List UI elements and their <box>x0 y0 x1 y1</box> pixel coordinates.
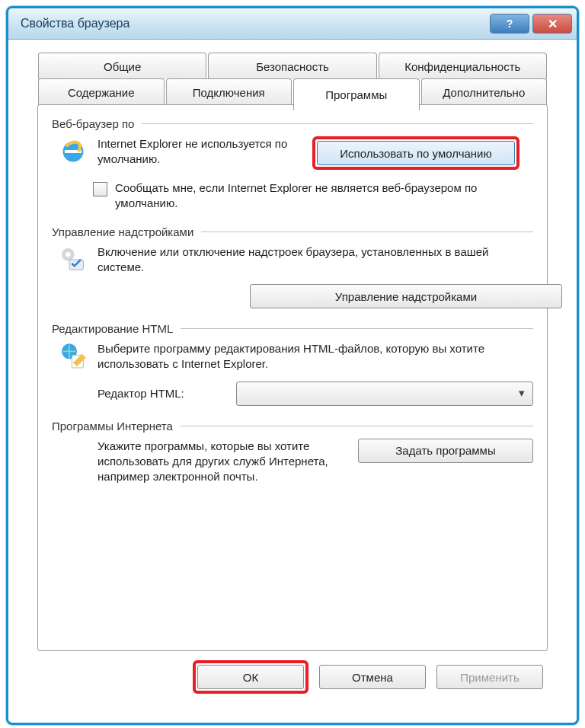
set-programs-button[interactable]: Задать программы <box>358 439 533 463</box>
dialog-body: Общие Безопасность Конфиденциальность Со… <box>27 53 558 704</box>
programs-desc: Укажите программы, которые вы хотите исп… <box>98 439 349 485</box>
group-addons: Управление надстройками Включение или от… <box>52 225 533 309</box>
highlight-ok: ОК <box>193 660 308 694</box>
tab-panel-programs: Веб-браузер по Internet Explorer не испо… <box>37 104 548 651</box>
html-editor-label: Редактор HTML: <box>98 387 227 400</box>
ie-icon <box>58 136 88 167</box>
window-title: Свойства браузера <box>21 17 487 30</box>
default-browser-status: Internet Explorer не используется по умо… <box>98 136 303 168</box>
group-title: Редактирование HTML <box>52 322 173 335</box>
group-html-editor: Редактирование HTML Выберите программу р… <box>52 322 533 406</box>
group-title: Программы Интернета <box>52 420 173 433</box>
html-desc: Выберите программу редактирования HTML-ф… <box>98 341 533 372</box>
group-default-browser: Веб-браузер по Internet Explorer не испо… <box>52 117 533 212</box>
tab-general[interactable]: Общие <box>38 53 206 79</box>
dialog-window: Свойства браузера ? ✕ Общие Безопасность… <box>6 6 579 725</box>
tab-security[interactable]: Безопасность <box>208 53 376 79</box>
ok-button[interactable]: ОК <box>197 665 304 689</box>
dialog-footer: ОК Отмена Применить <box>37 657 548 697</box>
group-title: Управление надстройками <box>52 225 193 238</box>
notify-checkbox[interactable] <box>93 182 107 196</box>
highlight-set-default: Использовать по умолчанию <box>312 136 519 170</box>
group-title: Веб-браузер по <box>52 117 134 130</box>
addons-desc: Включение или отключение надстроек брауз… <box>98 244 533 276</box>
titlebar: Свойства браузера ? ✕ <box>8 8 577 40</box>
spacer <box>58 439 88 469</box>
notify-checkbox-row: Сообщать мне, если Internet Explorer не … <box>93 180 533 212</box>
tab-content[interactable]: Содержание <box>38 78 165 105</box>
svg-point-2 <box>66 252 71 257</box>
group-internet-programs: Программы Интернета Укажите программы, к… <box>52 420 533 485</box>
help-button[interactable]: ? <box>490 14 529 34</box>
html-editor-icon <box>58 341 88 372</box>
tab-programs[interactable]: Программы <box>293 78 420 110</box>
cancel-button[interactable]: Отмена <box>319 665 426 689</box>
manage-addons-button[interactable]: Управление надстройками <box>250 284 562 308</box>
tab-connections[interactable]: Подключения <box>166 78 292 105</box>
html-editor-select[interactable] <box>236 382 533 406</box>
apply-button[interactable]: Применить <box>436 665 543 689</box>
tab-advanced[interactable]: Дополнительно <box>421 78 548 105</box>
close-button[interactable]: ✕ <box>532 14 572 34</box>
set-default-button[interactable]: Использовать по умолчанию <box>317 141 515 165</box>
tabstrip: Общие Безопасность Конфиденциальность Со… <box>27 53 558 110</box>
gear-icon <box>58 244 88 275</box>
tab-privacy[interactable]: Конфиденциальность <box>379 53 547 79</box>
notify-label: Сообщать мне, если Internet Explorer не … <box>115 180 533 212</box>
